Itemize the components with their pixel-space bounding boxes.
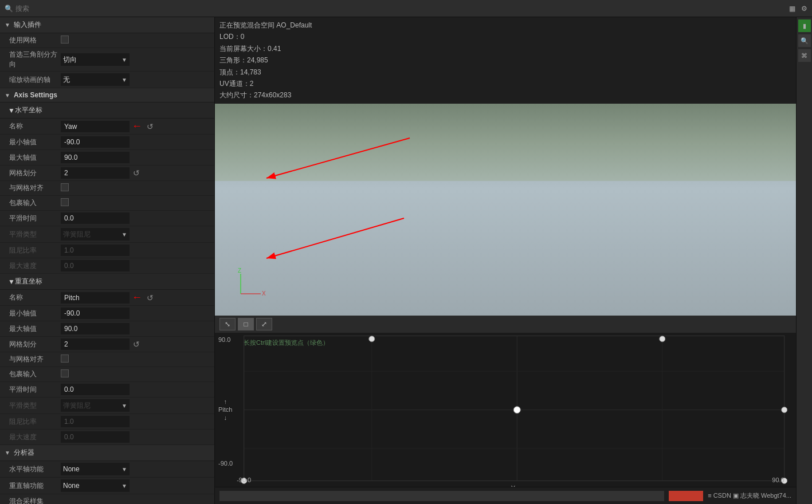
use-mesh-label: 使用网格: [9, 36, 61, 45]
h-wrap-row: 包裹输入: [0, 196, 214, 211]
section-vertical[interactable]: ▼ 重直坐标: [0, 274, 214, 290]
v-max-label: 最大轴值: [9, 324, 61, 334]
h-smooth-type-label: 平滑类型: [9, 230, 61, 239]
h-wrap-label: 包裹输入: [9, 198, 61, 208]
v-maxspeed-input[interactable]: [61, 431, 130, 443]
axis-settings-label: Axis Settings: [14, 91, 57, 99]
tri-subdivision-row: 首选三角剖分方向 切向 ▼: [0, 48, 214, 72]
side-tool-cmd[interactable]: ⌘: [798, 49, 811, 62]
curve-svg: [215, 333, 796, 487]
v-func-wrap[interactable]: None ▼: [61, 479, 130, 492]
right-sidebar: ▮ 🔍 ⌘: [796, 17, 812, 504]
h-grid-label: 网格划分: [9, 168, 61, 178]
h-name-reset[interactable]: ↺: [147, 122, 154, 131]
right-panel: 正在预览混合空间 AO_Default LOD：0 当前屏幕大小：0.41 三角…: [215, 17, 796, 504]
grid-icon[interactable]: ▦: [789, 5, 795, 13]
h-func-select[interactable]: None: [61, 463, 130, 475]
axis-svg: Z X: [232, 268, 266, 302]
v-func-row: 重直轴功能 None ▼: [0, 478, 214, 494]
curve-editor[interactable]: 90.0 ↑ Pitch ↓ -90.0 长按Ctrl建设置预览点（绿色）: [215, 333, 796, 487]
h-smooth-type-select[interactable]: 弹簧阻尼: [61, 228, 130, 241]
red-arrow-2: [249, 212, 421, 281]
side-tool-search[interactable]: 🔍: [798, 34, 811, 47]
h-grid-input[interactable]: [61, 167, 130, 179]
brand-label: ≡ CSDN ▣ 志夫晓 Webgt74...: [708, 491, 791, 500]
h-grid-reset[interactable]: ↺: [133, 168, 140, 178]
side-tool-main[interactable]: ▮: [798, 19, 811, 32]
h-align-row: 与网格对齐: [0, 181, 214, 196]
arrow-icon2: ▼: [5, 92, 10, 99]
v-min-input[interactable]: [61, 308, 130, 319]
v-smooth-input[interactable]: [61, 384, 130, 395]
v-max-row: 最大轴值: [0, 321, 214, 337]
settings-icon[interactable]: ⚙: [801, 5, 807, 13]
info-size: 大约尺寸：274x60x283: [219, 89, 791, 101]
x-max-label: 90.0: [772, 477, 784, 483]
v-max-input[interactable]: [61, 323, 130, 334]
v-smooth-row: 平滑时间: [0, 382, 214, 397]
v-damping-label: 阻尼比率: [9, 417, 61, 427]
v-func-select[interactable]: None: [61, 479, 130, 492]
h-name-input[interactable]: [61, 121, 130, 132]
arrow-icon5: ▼: [5, 450, 10, 456]
svg-line-3: [266, 218, 404, 258]
curve-toolbar: ⤡ □ ⤢: [215, 316, 796, 333]
viewport-bg: [215, 104, 796, 181]
h-func-label: 水平轴功能: [9, 464, 61, 474]
status-red: [669, 491, 703, 501]
tri-subdivision-select-wrap[interactable]: 切向 ▼: [61, 53, 130, 66]
h-maxspeed-label: 最大速度: [9, 261, 61, 271]
fit-icon: ⤡: [225, 320, 230, 328]
curve-btn-frame[interactable]: □: [238, 318, 254, 330]
curve-btn-fit[interactable]: ⤡: [219, 318, 236, 330]
v-min-label: 最小轴值: [9, 309, 61, 318]
h-name-row: 名称 ← ↺: [0, 119, 214, 135]
v-align-row: 与网格对齐: [0, 352, 214, 367]
h-damping-row: 阻尼比率: [0, 243, 214, 258]
v-grid-label: 网格划分: [9, 340, 61, 349]
v-min-row: 最小轴值: [0, 306, 214, 321]
v-damping-input[interactable]: [61, 416, 130, 427]
h-smooth-input[interactable]: [61, 212, 130, 224]
v-grid-row: 网格划分 ↺: [0, 337, 214, 352]
scale-axis-select-wrap[interactable]: 无 ▼: [61, 73, 130, 86]
v-smooth-label: 平滑时间: [9, 385, 61, 395]
h-min-input[interactable]: [61, 136, 130, 148]
section-input-plugin[interactable]: ▼ 输入插件: [0, 17, 214, 33]
section-axis-settings[interactable]: ▼ Axis Settings: [0, 88, 214, 103]
viewport-3d: Z X: [215, 104, 796, 316]
v-name-input[interactable]: [61, 292, 130, 304]
section-horizontal[interactable]: ▼ 水平坐标: [0, 103, 214, 119]
section-analyzer[interactable]: ▼ 分析器: [0, 445, 214, 461]
search-input[interactable]: [15, 5, 402, 13]
h-max-input[interactable]: [61, 152, 130, 163]
info-title: 正在预览混合空间 AO_Default: [219, 19, 791, 31]
x-yaw-label: ← Yaw →: [503, 485, 531, 487]
v-grid-reset[interactable]: ↺: [133, 340, 140, 349]
h-func-wrap[interactable]: None ▼: [61, 463, 130, 475]
h-damping-input[interactable]: [61, 245, 130, 256]
h-maxspeed-input[interactable]: [61, 260, 130, 271]
h-wrap-checkbox[interactable]: [61, 198, 69, 206]
h-grid-row: 网格划分 ↺: [0, 166, 214, 181]
v-func-label: 重直轴功能: [9, 481, 61, 491]
v-grid-input[interactable]: [61, 338, 130, 350]
h-smooth-type-wrap[interactable]: 弹簧阻尼 ▼: [61, 228, 130, 241]
v-smooth-type-select[interactable]: 弹簧阻尼: [61, 399, 130, 412]
h-min-row: 最小轴值: [0, 135, 214, 150]
v-wrap-checkbox[interactable]: [61, 369, 69, 377]
curve-btn-expand[interactable]: ⤢: [256, 318, 272, 330]
tri-subdivision-select[interactable]: 切向: [61, 53, 130, 66]
h-name-label: 名称: [9, 121, 61, 131]
use-mesh-checkbox[interactable]: [61, 36, 69, 44]
v-name-reset[interactable]: ↺: [147, 293, 154, 302]
v-wrap-row: 包裹输入: [0, 367, 214, 382]
v-smooth-type-wrap[interactable]: 弹簧阻尼 ▼: [61, 399, 130, 412]
h-func-row: 水平轴功能 None ▼: [0, 461, 214, 478]
sample-row: 混合采样集: [0, 494, 214, 504]
v-smooth-type-label: 平滑类型: [9, 401, 61, 411]
h-align-checkbox[interactable]: [61, 183, 69, 191]
scale-axis-select[interactable]: 无: [61, 73, 130, 86]
h-max-label: 最大轴值: [9, 153, 61, 163]
v-align-checkbox[interactable]: [61, 355, 69, 363]
